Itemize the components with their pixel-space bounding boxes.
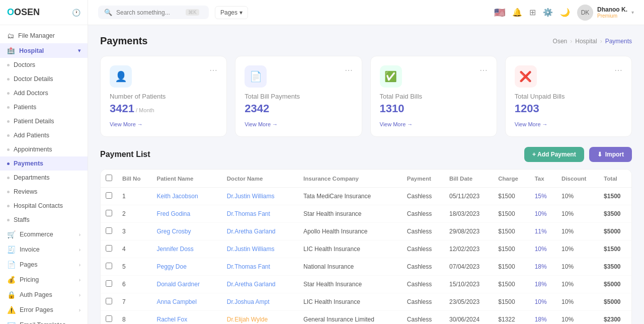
stat-view-more[interactable]: View More → (110, 121, 217, 127)
row-checkbox[interactable] (106, 245, 112, 252)
cell-charge: $1500 (493, 293, 529, 311)
cell-insurance: National Insurance (298, 258, 402, 276)
cell-doctor-name[interactable]: Dr.Elijah Wylde (222, 311, 298, 325)
stat-view-more[interactable]: View More → (380, 121, 488, 127)
breadcrumb: Osen › Hospital › Payments (553, 38, 632, 45)
cell-doctor-name[interactable]: Dr.Justin Williams (222, 188, 298, 205)
cell-discount: 10% (556, 311, 599, 325)
cell-doctor-name[interactable]: Dr.Aretha Garland (222, 276, 298, 293)
cell-patient-name[interactable]: Fred Godina (152, 205, 222, 223)
user-details: Dhanoo K. Premium (597, 6, 627, 19)
stat-view-more[interactable]: View More → (515, 121, 622, 127)
cell-doctor-name[interactable]: Dr.Thomas Fant (222, 205, 298, 223)
col-tax: Tax (530, 170, 556, 188)
cell-discount: 10% (556, 188, 599, 205)
stat-icon: 👤 (110, 65, 132, 88)
email-icon: ✉️ (7, 321, 16, 324)
grid-icon[interactable]: ⊞ (529, 8, 536, 17)
sidebar-item-doctors[interactable]: Doctors (0, 58, 88, 72)
cell-patient-name[interactable]: Donald Gardner (152, 276, 222, 293)
sidebar-item-add-doctors[interactable]: Add Doctors (0, 86, 88, 100)
chevron-right-icon3: › (79, 262, 80, 268)
chevron-right-icon6: › (79, 307, 80, 313)
breadcrumb-root[interactable]: Osen (553, 38, 568, 45)
sidebar-item-email-templates[interactable]: ✉️Email Templates › (0, 317, 88, 324)
sidebar-item-invoice[interactable]: 🧾Invoice › (0, 242, 88, 257)
row-checkbox[interactable] (106, 227, 112, 234)
bell-icon[interactable]: 🔔 (512, 8, 522, 17)
cell-discount: 10% (556, 293, 599, 311)
col-bill-no: Bill No (117, 170, 152, 188)
payment-table-wrap: Bill No Patient Name Doctor Name Insuran… (100, 169, 632, 324)
cell-total: $1500 (599, 240, 631, 258)
search-box[interactable]: 🔍 ⌘K (98, 6, 209, 19)
cell-patient-name[interactable]: Jennifer Doss (152, 240, 222, 258)
moon-icon[interactable]: 🌙 (560, 8, 570, 17)
sidebar-item-pricing[interactable]: 💰Pricing › (0, 272, 88, 287)
cell-tax: 18% (530, 276, 556, 293)
cell-bill-date: 30/06/2024 (444, 311, 493, 325)
cell-payment: Cashless (402, 293, 444, 311)
cell-bill-date: 07/04/2023 (444, 258, 493, 276)
flag-icon[interactable]: 🇺🇸 (494, 7, 505, 18)
table-row: 4 Jennifer Doss Dr.Justin Williams LIC H… (101, 240, 631, 258)
sidebar-item-appointments[interactable]: Appointments (0, 142, 88, 156)
row-checkbox[interactable] (106, 263, 112, 269)
stat-view-more[interactable]: View More → (245, 121, 352, 127)
stat-sub: / Month (134, 107, 154, 113)
search-input[interactable] (116, 9, 182, 16)
row-checkbox[interactable] (106, 280, 112, 287)
sidebar-item-auth-pages[interactable]: 🔒Auth Pages › (0, 287, 88, 302)
cell-patient-name[interactable]: Keith Jacobson (152, 188, 222, 205)
user-chevron-icon[interactable]: ▾ (631, 10, 634, 15)
breadcrumb-parent[interactable]: Hospital (575, 38, 597, 45)
cell-patient-name[interactable]: Greg Crosby (152, 223, 222, 240)
sidebar-item-departments[interactable]: Departments (0, 171, 88, 185)
invoice-icon: 🧾 (7, 246, 16, 254)
sidebar-item-payments[interactable]: Payments (0, 156, 88, 171)
sidebar-item-doctor-details[interactable]: Doctor Details (0, 72, 88, 86)
cell-patient-name[interactable]: Anna Campbel (152, 293, 222, 311)
stat-dots-icon[interactable]: ⋯ (479, 65, 488, 75)
stat-dots-icon[interactable]: ⋯ (345, 65, 353, 75)
import-button[interactable]: ⬇ Import (589, 147, 632, 162)
cell-patient-name[interactable]: Rachel Fox (152, 311, 222, 325)
ecommerce-icon: 🛒 (7, 230, 16, 238)
cell-patient-name[interactable]: Peggy Doe (152, 258, 222, 276)
cell-doctor-name[interactable]: Dr.Joshua Ampt (222, 293, 298, 311)
cell-total: $3500 (599, 258, 631, 276)
cell-charge: $1500 (493, 188, 529, 205)
cell-doctor-name[interactable]: Dr.Aretha Garland (222, 223, 298, 240)
stat-dots-icon[interactable]: ⋯ (614, 65, 622, 75)
sidebar-item-pages[interactable]: 📄Pages › (0, 257, 88, 272)
cell-doctor-name[interactable]: Dr.Thomas Fant (222, 258, 298, 276)
sidebar-item-ecommerce[interactable]: 🛒Ecommerce › (0, 227, 88, 242)
row-checkbox[interactable] (106, 298, 112, 304)
row-checkbox[interactable] (106, 210, 112, 216)
user-info: DK Dhanoo K. Premium ▾ (577, 5, 634, 21)
sidebar-item-staffs[interactable]: Staffs (0, 213, 88, 227)
sidebar-item-patient-details[interactable]: Patient Details (0, 114, 88, 128)
cell-doctor-name[interactable]: Dr.Justin Williams (222, 240, 298, 258)
gear-icon[interactable]: ⚙️ (543, 8, 553, 17)
stat-dots-icon[interactable]: ⋯ (209, 65, 217, 75)
sidebar-item-add-patients[interactable]: Add Patients (0, 128, 88, 142)
cell-tax: 18% (530, 311, 556, 325)
add-payment-button[interactable]: + Add Payment (524, 147, 584, 162)
logo: OOSEN (7, 7, 40, 18)
cell-insurance: LIC Health Insurance (298, 293, 402, 311)
breadcrumb-sep1: › (570, 38, 572, 45)
sidebar-item-reviews[interactable]: Reviews (0, 185, 88, 199)
col-patient-name: Patient Name (152, 170, 222, 188)
sidebar-item-hospital[interactable]: 🏥Hospital ▾ (0, 43, 88, 58)
row-checkbox[interactable] (106, 192, 112, 199)
sidebar-item-hospital-contacts[interactable]: Hospital Contacts (0, 199, 88, 213)
cell-bill-no: 6 (117, 276, 152, 293)
sidebar-item-patients[interactable]: Patients (0, 100, 88, 114)
pages-button[interactable]: Pages ▾ (215, 6, 248, 19)
row-checkbox[interactable] (106, 315, 112, 322)
sidebar-item-file-manager[interactable]: 🗂File Manager (0, 28, 88, 43)
cell-bill-no: 1 (117, 188, 152, 205)
select-all-checkbox[interactable] (106, 175, 112, 181)
sidebar-item-error-pages[interactable]: ⚠️Error Pages › (0, 302, 88, 317)
